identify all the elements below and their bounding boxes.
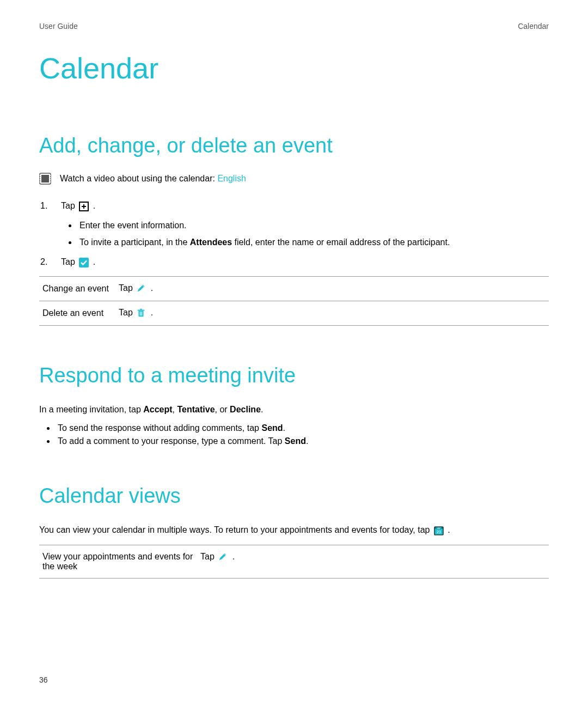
table-row: Change an event Tap . [39,277,549,301]
video-icon [39,173,51,185]
pencil-icon [218,552,229,563]
video-text: Watch a video about using the calendar: … [60,174,246,184]
add-event-icon [78,201,89,212]
step1-period: . [93,201,95,210]
change-event-action: Tap . [115,277,549,301]
page-number: 36 [39,675,48,684]
respond-bullets: To send the response without adding comm… [56,423,549,446]
step2-tap: Tap [61,257,77,266]
section1-heading: Add, change, or delete an event [39,134,549,157]
pencil-icon [136,283,147,294]
view-week-label: View your appointments and events for th… [39,545,197,578]
page-title: Calendar [39,51,549,85]
step2-period: . [93,257,95,266]
view-week-action: Tap . [197,545,549,578]
respond-bullet-2: To add a comment to your response, type … [56,436,549,446]
step1-sub-b: To invite a participant, in the Attendee… [77,235,549,249]
delete-event-action: Tap . [115,301,549,326]
calendar-today-icon [433,525,444,536]
views-intro: You can view your calendar in multiple w… [39,523,549,537]
video-link-english[interactable]: English [217,174,246,183]
step-1: Tap . Enter the event information. To in… [40,199,549,249]
section-add-change-delete: Add, change, or delete an event Watch a … [39,134,549,326]
section2-heading: Respond to a meeting invite [39,364,549,387]
section-calendar-views: Calendar views You can view your calenda… [39,484,549,579]
header-right: Calendar [518,22,549,31]
step-2: Tap . [40,255,549,269]
table-row: View your appointments and events for th… [39,545,549,578]
views-table: View your appointments and events for th… [39,545,549,579]
section3-heading: Calendar views [39,484,549,508]
step1-sublist: Enter the event information. To invite a… [77,218,549,249]
trash-icon [136,308,147,319]
step1-sub-a: Enter the event information. [77,218,549,233]
respond-bullet-1: To send the response without adding comm… [56,423,549,433]
header-left: User Guide [39,22,78,31]
step1-tap: Tap [61,201,77,210]
checkmark-icon [78,257,89,268]
video-row: Watch a video about using the calendar: … [39,173,549,185]
change-event-label: Change an event [39,277,115,301]
delete-event-label: Delete an event [39,301,115,326]
respond-intro: In a meeting invitation, tap Accept, Ten… [39,403,549,417]
action-table: Change an event Tap . Delete an event Ta… [39,276,549,326]
page-header: User Guide Calendar [39,22,549,31]
table-row: Delete an event Tap . [39,301,549,326]
section-respond-invite: Respond to a meeting invite In a meeting… [39,364,549,446]
steps-list: Tap . Enter the event information. To in… [40,199,549,269]
